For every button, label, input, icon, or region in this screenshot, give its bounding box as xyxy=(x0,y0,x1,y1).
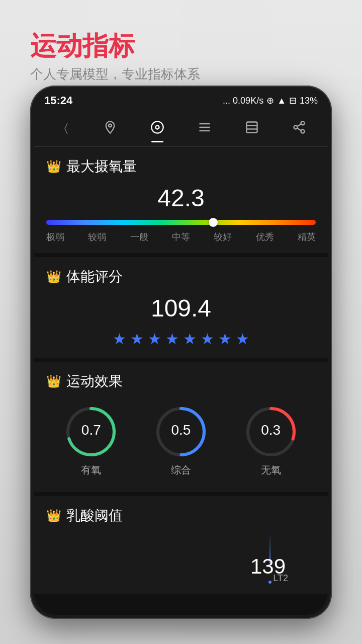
fitness-section: 👑 体能评分 109.4 ★ ★ ★ ★ ★ ★ ★ ★ xyxy=(34,257,328,358)
scroll-content[interactable]: 👑 最大摄氧量 42.3 极弱 较弱 一般 中等 较好 优秀 精英 xyxy=(34,147,328,615)
exercise-effect-section: 👑 运动效果 0.7 xyxy=(34,362,328,492)
nav-map[interactable] xyxy=(93,114,128,144)
share-icon xyxy=(292,120,306,138)
exercise-effect-header: 👑 运动效果 xyxy=(46,372,316,391)
crown-icon-lactic: 👑 xyxy=(46,509,61,523)
label-medium: 中等 xyxy=(172,231,190,243)
svg-point-10 xyxy=(294,126,298,129)
signal-icon: ⊟ xyxy=(289,95,297,106)
layout-icon xyxy=(245,120,259,138)
effect-circles: 0.7 有氧 0.5 xyxy=(46,399,316,482)
vo2max-value: 42.3 xyxy=(46,184,316,212)
svg-rect-6 xyxy=(247,122,257,133)
anaerobic-circle-item: 0.3 无氧 xyxy=(243,404,299,477)
svg-point-1 xyxy=(151,121,163,133)
lactic-section: 👑 乳酸阈值 139 LT2 xyxy=(34,496,328,594)
aerobic-circle-item: 0.7 有氧 xyxy=(63,404,119,477)
nav-back[interactable]: 〈 xyxy=(45,114,80,144)
bluetooth-icon: ⊕ xyxy=(266,95,274,106)
label-very-weak: 极弱 xyxy=(46,231,64,243)
rainbow-bar xyxy=(46,220,316,225)
label-excellent: 优秀 xyxy=(256,231,274,243)
nav-list[interactable] xyxy=(187,114,222,144)
label-weak: 较弱 xyxy=(88,231,106,243)
nav-data[interactable] xyxy=(140,114,175,144)
svg-point-0 xyxy=(109,124,112,127)
anaerobic-value: 0.3 xyxy=(261,422,281,438)
lactic-header: 👑 乳酸阈值 xyxy=(46,506,316,525)
svg-point-2 xyxy=(156,126,159,129)
status-right: ... 0.09K/s ⊕ ▲ ⊟ 13% xyxy=(223,95,318,106)
anaerobic-text: 0.3 xyxy=(261,422,281,438)
aerobic-circle: 0.7 xyxy=(63,404,119,459)
list-icon xyxy=(198,120,212,138)
aerobic-label: 有氧 xyxy=(81,463,101,477)
svg-line-13 xyxy=(297,124,301,127)
lactic-sublabel: LT2 xyxy=(273,573,288,584)
star-5: ★ xyxy=(183,330,197,348)
star-4: ★ xyxy=(165,330,179,348)
phone-inner: 15:24 ... 0.09K/s ⊕ ▲ ⊟ 13% 〈 xyxy=(34,90,328,615)
nav-bar: 〈 xyxy=(34,112,328,147)
comprehensive-circle: 0.5 xyxy=(153,404,209,459)
crown-icon-fitness: 👑 xyxy=(46,270,61,284)
exercise-effect-title: 运动效果 xyxy=(66,372,123,391)
data-icon xyxy=(150,120,164,138)
comprehensive-value: 0.5 xyxy=(171,422,191,438)
star-2: ★ xyxy=(130,330,144,348)
star-7: ★ xyxy=(218,330,232,348)
stars-row: ★ ★ ★ ★ ★ ★ ★ ★ xyxy=(46,330,316,348)
anaerobic-label: 无氧 xyxy=(261,463,281,477)
nav-layout[interactable] xyxy=(234,114,269,144)
status-time: 15:24 xyxy=(44,94,72,107)
anaerobic-circle: 0.3 xyxy=(243,404,299,459)
page-title-area: 运动指标 个人专属模型，专业指标体系 xyxy=(30,30,200,83)
svg-point-9 xyxy=(301,121,305,125)
comprehensive-label: 综合 xyxy=(171,463,191,477)
battery-status: 13% xyxy=(300,96,318,106)
star-8: ★ xyxy=(236,330,249,348)
back-icon: 〈 xyxy=(56,120,69,138)
map-icon xyxy=(103,120,117,138)
star-6: ★ xyxy=(201,330,214,348)
crown-icon-vo2: 👑 xyxy=(46,159,61,174)
svg-line-12 xyxy=(297,128,301,131)
label-better: 较好 xyxy=(214,231,232,243)
phone-frame: 15:24 ... 0.09K/s ⊕ ▲ ⊟ 13% 〈 xyxy=(30,86,332,619)
comprehensive-circle-item: 0.5 综合 xyxy=(153,404,209,477)
fitness-header: 👑 体能评分 xyxy=(46,267,316,286)
lactic-dot xyxy=(268,581,272,584)
page-main-title: 运动指标 xyxy=(30,30,200,61)
vo2max-title: 最大摄氧量 xyxy=(66,157,137,176)
lactic-title: 乳酸阈值 xyxy=(66,506,123,525)
nav-share[interactable] xyxy=(282,114,317,144)
label-normal: 一般 xyxy=(130,231,148,243)
aerobic-value: 0.7 xyxy=(81,422,101,438)
page-subtitle: 个人专属模型，专业指标体系 xyxy=(30,65,200,83)
aerobic-text: 0.7 xyxy=(81,422,101,438)
svg-point-11 xyxy=(301,130,305,133)
vo2max-header: 👑 最大摄氧量 xyxy=(46,157,316,176)
rainbow-labels: 极弱 较弱 一般 中等 较好 优秀 精英 xyxy=(46,231,316,243)
fitness-value: 109.4 xyxy=(46,294,316,322)
label-elite: 精英 xyxy=(298,231,316,243)
crown-icon-effect: 👑 xyxy=(46,374,61,388)
fitness-title: 体能评分 xyxy=(66,267,123,286)
comprehensive-text: 0.5 xyxy=(171,422,191,438)
status-bar: 15:24 ... 0.09K/s ⊕ ▲ ⊟ 13% xyxy=(34,90,328,112)
rainbow-indicator xyxy=(209,218,218,227)
wifi-icon: ▲ xyxy=(277,96,286,106)
star-1: ★ xyxy=(113,330,126,348)
network-speed: ... 0.09K/s xyxy=(223,96,263,106)
lactic-content: 139 LT2 xyxy=(46,533,316,584)
star-3: ★ xyxy=(148,330,161,348)
vo2max-section: 👑 最大摄氧量 42.3 极弱 较弱 一般 中等 较好 优秀 精英 xyxy=(34,147,328,253)
